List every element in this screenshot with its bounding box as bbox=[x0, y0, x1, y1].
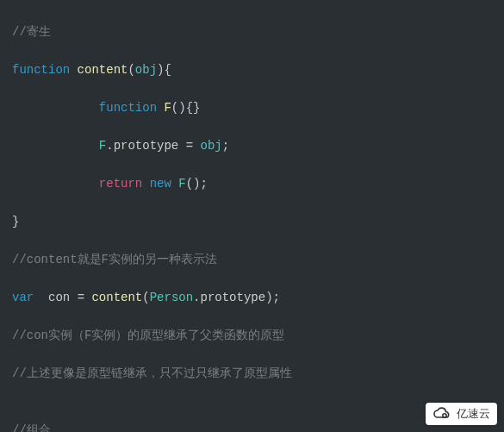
indent bbox=[12, 101, 99, 115]
keyword-function: function bbox=[12, 63, 70, 77]
punct: = bbox=[78, 291, 92, 304]
ident-F: F bbox=[171, 177, 186, 191]
punct: (); bbox=[186, 177, 208, 191]
code-line: function content(obj){ bbox=[12, 60, 497, 79]
code-line: var con = content(Person.prototype); bbox=[12, 288, 497, 307]
var-obj: obj bbox=[200, 139, 221, 153]
comment: //组合 bbox=[12, 423, 51, 432]
indent bbox=[12, 139, 99, 153]
punct: (){} bbox=[171, 101, 201, 115]
punct: . bbox=[106, 139, 113, 153]
prop-prototype: prototype bbox=[114, 139, 179, 153]
code-line: F.prototype = obj; bbox=[12, 136, 497, 155]
comment: //con实例（F实例）的原型继承了父类函数的原型 bbox=[12, 329, 284, 342]
code-line: //组合 bbox=[12, 421, 497, 432]
code-line: //con实例（F实例）的原型继承了父类函数的原型 bbox=[12, 326, 497, 345]
comment: //content就是F实例的另一种表示法 bbox=[12, 253, 217, 266]
var-con: con bbox=[34, 291, 77, 304]
fn-name: content bbox=[70, 63, 128, 77]
brace-close: } bbox=[12, 215, 19, 229]
keyword-function: function bbox=[99, 101, 157, 115]
code-line: //上述更像是原型链继承，只不过只继承了原型属性 bbox=[12, 364, 497, 383]
fn-name: F bbox=[157, 101, 171, 115]
code-line: } bbox=[12, 212, 497, 231]
watermark-text: 亿速云 bbox=[457, 406, 490, 422]
watermark-badge: 亿速云 bbox=[426, 403, 497, 425]
code-editor: //寄生 function content(obj){ function F()… bbox=[0, 0, 504, 432]
keyword-return: return bbox=[99, 177, 142, 191]
fn-call-content: content bbox=[91, 291, 142, 304]
punct: ; bbox=[222, 139, 229, 153]
indent bbox=[12, 177, 99, 191]
code-line: //content就是F实例的另一种表示法 bbox=[12, 250, 497, 269]
punct: ){ bbox=[157, 63, 171, 77]
punct: = bbox=[178, 139, 200, 153]
punct: . bbox=[193, 291, 200, 304]
punct: ( bbox=[142, 291, 149, 304]
cloud-icon bbox=[432, 407, 451, 421]
ident-Person: Person bbox=[150, 291, 193, 304]
code-line: //寄生 bbox=[12, 22, 497, 41]
punct: ( bbox=[128, 63, 134, 77]
prop-prototype: prototype bbox=[201, 291, 266, 304]
punct: ); bbox=[265, 291, 280, 304]
code-line: function F(){} bbox=[12, 98, 497, 117]
keyword-new: new bbox=[142, 177, 171, 191]
comment: //上述更像是原型链继承，只不过只继承了原型属性 bbox=[12, 366, 292, 380]
code-line: return new F(); bbox=[12, 174, 497, 193]
keyword-var: var bbox=[12, 291, 34, 304]
ident-F: F bbox=[99, 139, 106, 153]
param: obj bbox=[135, 63, 157, 77]
comment: //寄生 bbox=[12, 25, 51, 39]
svg-point-0 bbox=[443, 414, 446, 417]
